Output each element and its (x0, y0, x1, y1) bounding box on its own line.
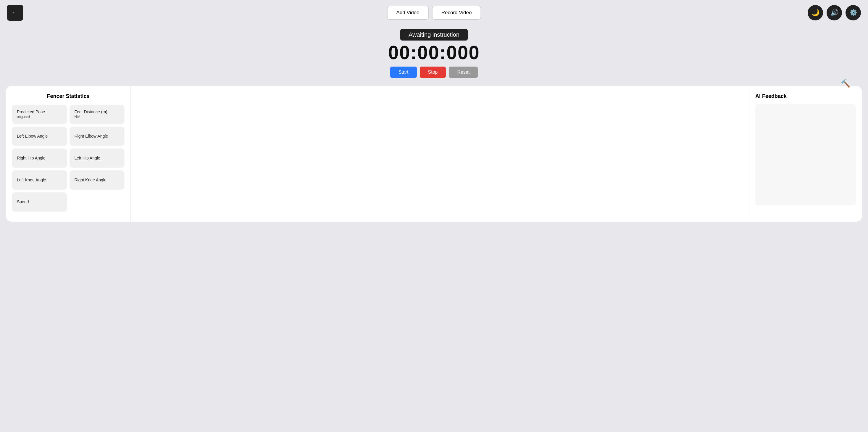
timer-display: 00:00:000 (0, 42, 868, 63)
stat-value-predicted-pose: onguard (17, 115, 62, 119)
timer-section: Awaiting instruction 00:00:000 Start Sto… (0, 26, 868, 79)
stat-feet-distance: Feet Distance (m) N/A (70, 105, 125, 124)
main-content: Fencer Statistics Predicted Pose onguard… (6, 86, 862, 222)
theme-toggle-button[interactable]: 🌙 (808, 5, 823, 21)
ai-feedback-title: AI Feedback (755, 93, 856, 99)
stat-label-left-knee: Left Knee Angle (17, 178, 62, 182)
stat-right-hip-angle: Right Hip Angle (12, 149, 67, 167)
ai-feedback-box (755, 104, 856, 205)
status-badge: Awaiting instruction (400, 29, 468, 40)
moon-icon: 🌙 (811, 9, 819, 17)
add-video-button[interactable]: Add Video (387, 6, 429, 20)
stat-value-feet-distance: N/A (74, 115, 120, 119)
stat-right-knee-angle: Right Knee Angle (70, 171, 125, 189)
gear-icon: ⚙️ (849, 9, 857, 17)
stat-label-right-knee: Right Knee Angle (74, 178, 120, 182)
stat-label-left-elbow: Left Elbow Angle (17, 134, 62, 138)
back-button[interactable]: ← (7, 5, 23, 21)
header-center-buttons: Add Video Record Video (387, 6, 481, 20)
stat-label-right-hip: Right Hip Angle (17, 156, 62, 160)
stat-predicted-pose: Predicted Pose onguard (12, 105, 67, 124)
start-button[interactable]: Start (390, 67, 417, 78)
video-panel (130, 86, 749, 222)
stats-grid: Predicted Pose onguard Feet Distance (m)… (12, 105, 124, 211)
timer-controls: Start Stop Reset (0, 67, 868, 78)
record-video-button[interactable]: Record Video (432, 6, 481, 20)
stat-left-elbow-angle: Left Elbow Angle (12, 127, 67, 146)
stat-speed: Speed (12, 192, 67, 211)
audio-icon: 🔊 (830, 9, 838, 17)
stat-label-feet-distance: Feet Distance (m) (74, 110, 120, 114)
stat-right-elbow-angle: Right Elbow Angle (70, 127, 125, 146)
stats-title: Fencer Statistics (12, 93, 124, 99)
stat-label-right-elbow: Right Elbow Angle (74, 134, 120, 138)
stat-left-hip-angle: Left Hip Angle (70, 149, 125, 167)
stat-label-left-hip: Left Hip Angle (74, 156, 120, 160)
stat-left-knee-angle: Left Knee Angle (12, 171, 67, 189)
reset-button[interactable]: Reset (449, 67, 478, 78)
audio-button[interactable]: 🔊 (827, 5, 842, 21)
stop-button[interactable]: Stop (420, 67, 446, 78)
header: ← Add Video Record Video 🌙 🔊 ⚙️ (0, 0, 868, 26)
stat-label-predicted-pose: Predicted Pose (17, 110, 62, 114)
stat-label-speed: Speed (17, 199, 62, 204)
ai-panel: AI Feedback (749, 86, 862, 222)
settings-button[interactable]: ⚙️ (845, 5, 861, 21)
header-icons: 🌙 🔊 ⚙️ (808, 5, 861, 21)
stats-panel: Fencer Statistics Predicted Pose onguard… (6, 86, 130, 222)
